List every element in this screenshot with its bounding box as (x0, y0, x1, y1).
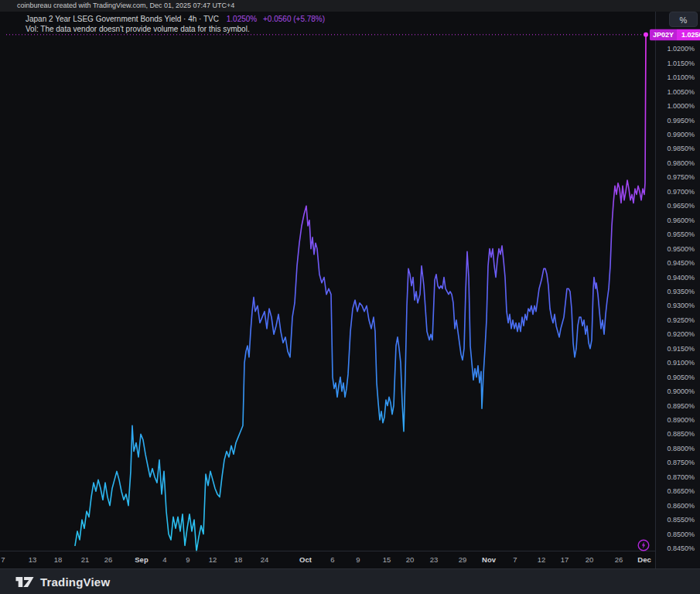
x-axis-day-label: 7 (513, 555, 517, 564)
x-axis-day-label: 20 (406, 555, 415, 564)
y-axis-label: 0.9700% (667, 188, 695, 196)
legend-symbol-row[interactable]: Japan 2 Year LSEG Government Bonds Yield… (26, 14, 325, 24)
y-axis-label: 0.9800% (667, 159, 695, 167)
realtime-lightning-icon[interactable] (637, 539, 650, 551)
y-axis-label: 0.9400% (667, 274, 695, 282)
x-axis-month-label: Oct (299, 555, 312, 564)
y-axis-label: 0.8900% (667, 416, 695, 424)
y-axis-label: 0.8800% (667, 445, 695, 452)
tradingview-logo-text[interactable]: TradingView (40, 575, 110, 589)
y-axis-label: 0.8550% (667, 516, 695, 524)
y-axis-label: 0.8850% (667, 430, 695, 438)
x-axis-day-label: 13 (29, 555, 37, 564)
y-axis-label: 1.0200% (667, 45, 695, 53)
x-axis-month-label: Nov (482, 555, 496, 564)
x-axis-day-label: 15 (383, 555, 391, 564)
x-axis-day-label: 20 (586, 555, 594, 564)
branding-bar: coinbureau created with TradingView.com,… (0, 0, 700, 12)
y-axis-label: 0.9600% (667, 217, 695, 224)
last-price-value: 1.0250% (227, 15, 257, 23)
y-axis-label: 1.0150% (667, 60, 695, 67)
x-axis-day-label: 12 (538, 555, 546, 564)
x-axis-month-label: Sep (135, 555, 148, 564)
y-axis-label: 1.0100% (667, 73, 695, 81)
time-axis[interactable]: 713182126Sep49121824Oct6915202329Nov7121… (0, 551, 655, 568)
y-axis-label: 0.9100% (667, 359, 695, 367)
footer-bar: TradingView (0, 568, 700, 594)
y-axis-label: 0.9450% (667, 259, 695, 267)
y-axis-label: 0.9900% (667, 131, 695, 138)
x-axis-day-label: 29 (459, 555, 467, 564)
legend-volume-row: Vol: The data vendor doesn't provide vol… (26, 24, 325, 34)
symbol-title: Japan 2 Year LSEG Government Bonds Yield… (26, 15, 219, 23)
x-axis-day-label: 18 (54, 555, 63, 564)
y-axis-label: 0.9500% (667, 245, 695, 253)
volume-note: Vol: The data vendor doesn't provide vol… (26, 25, 250, 33)
y-axis-label: 0.9850% (667, 145, 695, 152)
y-axis-label: 0.9250% (667, 316, 695, 324)
x-axis-day-label: 9 (186, 555, 190, 564)
x-axis-day-label: 7 (1, 555, 5, 564)
chart-pane[interactable]: Japan 2 Year LSEG Government Bonds Yield… (0, 12, 655, 551)
price-label-value: 1.0250% (677, 29, 700, 40)
x-axis-day-label: 9 (356, 555, 360, 564)
x-axis-day-label: 6 (330, 555, 334, 564)
price-label-symbol: JP02Y (650, 29, 677, 40)
x-axis-day-label: 12 (209, 555, 217, 564)
x-axis-day-label: 26 (104, 555, 113, 564)
y-axis-label: 0.8750% (667, 459, 695, 466)
x-axis-day-label: 4 (162, 555, 166, 564)
x-axis-day-label: 18 (234, 555, 243, 564)
y-axis-label: 0.9550% (667, 230, 695, 238)
y-axis-label: 0.8450% (667, 544, 695, 552)
last-price-dot (644, 32, 648, 37)
chart-legend: Japan 2 Year LSEG Government Bonds Yield… (26, 14, 325, 34)
yield-series-line (75, 35, 646, 551)
tradingview-screenshot: coinbureau created with TradingView.com,… (0, 0, 700, 594)
x-axis-day-label: 17 (561, 555, 569, 564)
branding-text: coinbureau created with TradingView.com,… (17, 2, 234, 9)
y-axis-label: 0.8700% (667, 473, 695, 481)
y-axis-label: 0.9200% (667, 330, 695, 338)
y-axis-label: 1.0050% (667, 88, 695, 96)
y-axis-label: 0.8950% (667, 402, 695, 410)
y-axis-label: 0.9650% (667, 202, 695, 210)
x-axis-day-label: 21 (81, 555, 90, 564)
y-axis-label: 0.9150% (667, 345, 695, 353)
y-axis-label: 1.0000% (667, 102, 695, 110)
y-axis-label: 0.9950% (667, 117, 695, 125)
price-axis[interactable]: % JP02Y 1.0250% 1.0200%1.0150%1.0100%1.0… (655, 12, 700, 568)
price-change-value: +0.0560 (+5.78%) (263, 15, 325, 23)
y-axis-label: 0.8500% (667, 531, 695, 538)
y-axis-label: 0.9750% (667, 173, 695, 181)
y-axis-label: 0.9350% (667, 288, 695, 295)
y-axis-label: 0.9050% (667, 374, 695, 381)
current-price-label: JP02Y 1.0250% (650, 29, 700, 40)
y-axis-label: 0.9000% (667, 387, 695, 395)
y-axis-label: 0.8650% (667, 487, 695, 495)
yield-line-chart[interactable] (0, 12, 655, 568)
x-axis-day-label: 23 (430, 555, 439, 564)
y-axis-label: 0.9300% (667, 302, 695, 309)
percent-unit-button[interactable]: % (669, 12, 698, 27)
x-axis-month-label: Dec (637, 555, 650, 564)
x-axis-day-label: 26 (615, 555, 623, 564)
y-axis-label: 0.8600% (667, 502, 695, 510)
tradingview-logo-icon[interactable] (15, 576, 34, 588)
x-axis-day-label: 24 (261, 555, 269, 564)
